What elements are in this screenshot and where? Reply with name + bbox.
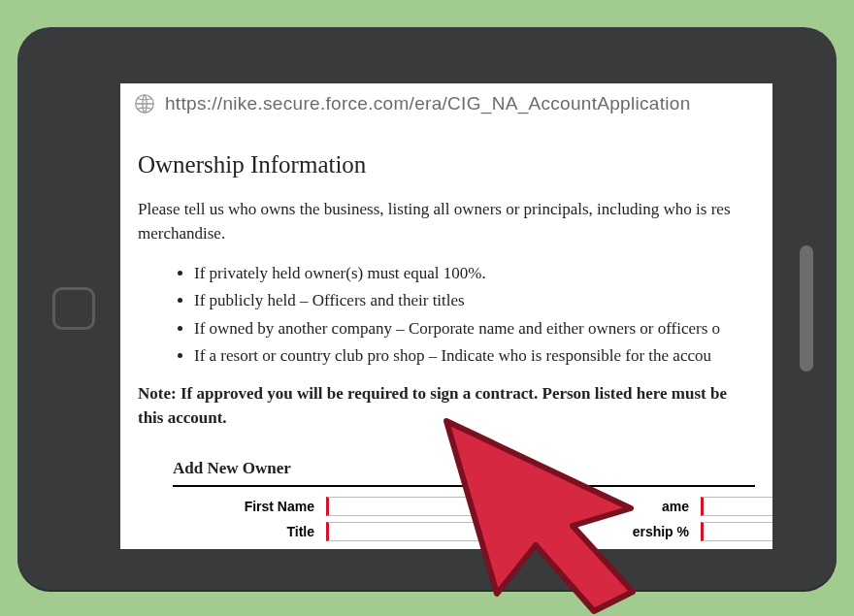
url-text[interactable]: https://nike.secure.force.com/era/CIG_NA… [165,93,691,114]
url-bar: https://nike.secure.force.com/era/CIG_NA… [120,83,772,120]
last-name-label: ame [586,497,693,516]
rules-list: If privately held owner(s) must equal 10… [138,262,755,370]
title-label: Title [173,522,318,541]
title-input[interactable] [326,522,578,541]
last-name-input[interactable] [701,497,772,516]
ownership-label: ership % [586,522,693,541]
officer-label: Officer? [173,548,318,549]
list-item: If a resort or country club pro shop – I… [194,344,755,369]
list-item: If owned by another company – Corporate … [194,317,755,341]
intro-text: Please tell us who owns the business, li… [138,198,755,245]
tablet-frame: https://nike.secure.force.com/era/CIG_NA… [17,27,837,590]
first-name-input[interactable] [326,497,578,516]
section-title: Add New Owner [173,457,755,487]
note-text: Note: If approved you will be required t… [138,382,755,430]
page-content: Ownership Information Please tell us who… [120,120,772,549]
intro-line-2: merchandise. [138,224,225,243]
side-switch[interactable] [800,245,813,372]
page-title: Ownership Information [138,147,755,182]
globe-icon [134,93,155,114]
ownership-input[interactable] [701,522,772,541]
list-item: If publicly held – Officers and their ti… [194,289,755,313]
intro-line-1: Please tell us who owns the business, li… [138,200,731,218]
browser-screen: https://nike.secure.force.com/era/CIG_NA… [120,83,772,549]
list-item: If privately held owner(s) must equal 10… [194,262,755,286]
owner-form: First Name ame Title ership % Officer? t… [173,497,755,549]
home-button[interactable] [52,287,95,330]
first-name-label: First Name [173,497,318,516]
director-label: tor? [586,548,693,549]
